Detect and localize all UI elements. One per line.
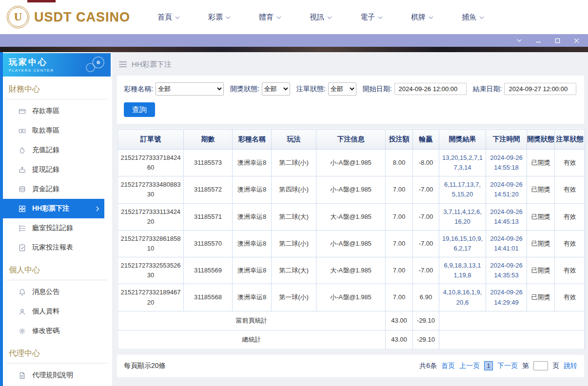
table-cell: -7.00 bbox=[413, 230, 439, 257]
jump-suffix-label: 页 bbox=[552, 362, 559, 370]
filter-label: 注單狀態: bbox=[296, 85, 326, 94]
minimize-icon[interactable] bbox=[535, 38, 541, 43]
filter-label: 彩種名稱: bbox=[124, 85, 153, 94]
table-cell: 2024-09-26 14:29:49 bbox=[486, 284, 527, 311]
table-cell: 6,11,17,13,7,5,15,20 bbox=[439, 176, 486, 203]
top-nav-item[interactable]: 棋牌 bbox=[411, 13, 433, 22]
table-cell: 2152172733286185810 bbox=[118, 230, 184, 257]
page-layout: 玩家中心 PLAYERS CENTER 財務中心存款專區取款專區充值記錄提現記錄… bbox=[0, 52, 588, 386]
column-header: 期數 bbox=[184, 130, 233, 150]
total-summary-winloss: -29.10 bbox=[413, 330, 439, 349]
top-nav-item-label: 首頁 bbox=[157, 13, 172, 22]
sidebar-item[interactable]: 廳室投註記錄 bbox=[3, 218, 104, 238]
top-nav: U USDT CASINO 首頁 彩票 體育 視訊 電子 棋牌 捕魚 bbox=[0, 0, 588, 34]
table-cell: 7.00 bbox=[386, 257, 413, 284]
logo[interactable]: U USDT CASINO bbox=[7, 6, 130, 28]
table-cell: 第二球(小) bbox=[272, 150, 316, 176]
document-icon bbox=[19, 372, 26, 379]
table-cell: 澳洲幸运8 bbox=[233, 203, 272, 230]
sidebar-section-heading: 個人中心 bbox=[6, 257, 107, 280]
table-row: 215217273321894672031185568澳洲幸运8第一球(小)小-… bbox=[118, 284, 585, 311]
top-nav-item[interactable]: 捕魚 bbox=[462, 13, 484, 22]
top-nav-item[interactable]: 電子 bbox=[360, 13, 383, 22]
table-cell: -7.00 bbox=[413, 257, 439, 284]
sidebar-item-label: 充值記錄 bbox=[32, 146, 59, 154]
table-cell: 有效 bbox=[555, 284, 585, 311]
filter-panel: 彩種名稱:全部開獎狀態:全部注單狀態:全部開始日期:結束日期: 查詢 bbox=[117, 76, 584, 124]
page-header: HH彩票下注 bbox=[119, 58, 584, 71]
column-header: 輸贏 bbox=[413, 130, 439, 150]
table-cell: 2024-09-26 14:45:13 bbox=[486, 203, 527, 230]
table-cell: 2024-09-26 14:35:53 bbox=[486, 257, 527, 284]
table-cell: 第一球(小) bbox=[272, 284, 316, 311]
table-cell: -8.00 bbox=[413, 150, 439, 176]
top-nav-item[interactable]: 體育 bbox=[259, 13, 281, 22]
chevron-down-icon[interactable] bbox=[517, 39, 522, 42]
jump-link[interactable]: 跳转 bbox=[564, 362, 577, 370]
sidebar-item[interactable]: 修改密碼 bbox=[3, 321, 104, 341]
start-date-input[interactable] bbox=[394, 83, 467, 95]
column-header: 注單狀態 bbox=[555, 130, 585, 150]
lottery-type-select[interactable]: 全部 bbox=[156, 82, 224, 96]
table-cell: 澳洲幸运8 bbox=[233, 150, 272, 176]
first-page-link[interactable]: 首页 bbox=[441, 362, 455, 370]
sidebar-item[interactable]: 玩家投注報表 bbox=[3, 238, 104, 257]
sidebar-item[interactable]: 充值記錄 bbox=[3, 140, 104, 160]
table-cell: 2152172733255352630 bbox=[118, 257, 184, 284]
total-summary-label: 總統計 bbox=[118, 330, 386, 349]
top-nav-item[interactable]: 首頁 bbox=[157, 13, 180, 22]
table-cell: 6,9,18,3,13,11,19,8 bbox=[439, 257, 486, 284]
close-icon[interactable] bbox=[574, 38, 579, 43]
sidebar-item[interactable]: 消息公告 bbox=[3, 282, 104, 302]
table-cell: 2152172733348088330 bbox=[118, 176, 184, 203]
sidebar-item-label: 存款專區 bbox=[32, 107, 59, 116]
page-summary-row: 當前頁統計 43.00 -29.10 bbox=[118, 311, 585, 330]
sidebar-item[interactable]: 個人資料 bbox=[3, 302, 104, 321]
table-cell: 澳洲幸运8 bbox=[233, 284, 272, 311]
total-summary-row: 總統計 43.00 -29.10 bbox=[118, 330, 585, 349]
chevron-down-icon bbox=[175, 16, 180, 19]
page-summary-bet: 43.00 bbox=[386, 311, 413, 330]
filter-label: 開始日期: bbox=[363, 85, 392, 94]
order-status-select[interactable]: 全部 bbox=[328, 82, 356, 96]
filter-group: 結束日期: bbox=[473, 83, 577, 95]
table-cell: 2152172733371842460 bbox=[118, 150, 184, 176]
table-cell: 澳洲幸运8 bbox=[233, 176, 272, 203]
top-nav-items: 首頁 彩票 體育 視訊 電子 棋牌 捕魚 bbox=[157, 13, 484, 22]
sidebar-item[interactable]: 資金記錄 bbox=[3, 179, 104, 199]
total-summary-empty bbox=[439, 330, 585, 349]
sidebar-item[interactable]: 提現記錄 bbox=[3, 160, 104, 179]
table-cell: 有效 bbox=[555, 176, 585, 203]
column-header: 下注信息 bbox=[316, 130, 386, 150]
withdraw-record-icon bbox=[19, 166, 26, 174]
table-cell: 13,20,15,2,7,17,3,14 bbox=[439, 150, 486, 176]
table-cell: 31185569 bbox=[184, 257, 233, 284]
table-row: 215217273337184246031185573澳洲幸运8第二球(小)小-… bbox=[118, 150, 585, 176]
menu-icon[interactable] bbox=[119, 61, 127, 68]
sidebar-sections: 財務中心存款專區取款專區充值記錄提現記錄資金記錄HH彩票下注廳室投註記錄玩家投注… bbox=[3, 77, 112, 385]
jump-prefix-label: 第 bbox=[522, 362, 529, 370]
sidebar-item[interactable]: HH彩票下注 bbox=[3, 199, 104, 218]
top-nav-item[interactable]: 視訊 bbox=[310, 13, 332, 22]
page-jump-input[interactable] bbox=[533, 361, 548, 370]
sidebar-item[interactable]: 取款專區 bbox=[3, 121, 104, 140]
maximize-icon[interactable] bbox=[555, 38, 560, 43]
sidebar-item[interactable]: 存款專區 bbox=[3, 101, 104, 121]
sidebar-item[interactable]: 代理規則說明 bbox=[3, 366, 104, 385]
draw-status-select[interactable]: 全部 bbox=[262, 82, 290, 96]
top-nav-item[interactable]: 彩票 bbox=[208, 13, 231, 22]
sidebar-item-label: 修改密碼 bbox=[32, 327, 59, 335]
next-page-link[interactable]: 下一页 bbox=[497, 362, 518, 370]
sidebar: 玩家中心 PLAYERS CENTER 財務中心存款專區取款專區充值記錄提現記錄… bbox=[0, 52, 112, 386]
filter-group: 開始日期: bbox=[363, 83, 467, 95]
column-header: 訂單號 bbox=[118, 130, 184, 150]
table-cell: 已開獎 bbox=[527, 284, 555, 311]
search-button[interactable]: 查詢 bbox=[124, 102, 155, 117]
chevron-down-icon bbox=[226, 16, 231, 19]
table-cell: 第二球(小) bbox=[272, 230, 316, 257]
current-page[interactable]: 1 bbox=[484, 361, 493, 370]
per-page-label: 每頁顯示20條 bbox=[124, 362, 166, 370]
funds-icon bbox=[19, 186, 26, 193]
prev-page-link[interactable]: 上一页 bbox=[459, 362, 480, 370]
end-date-input[interactable] bbox=[504, 83, 576, 95]
